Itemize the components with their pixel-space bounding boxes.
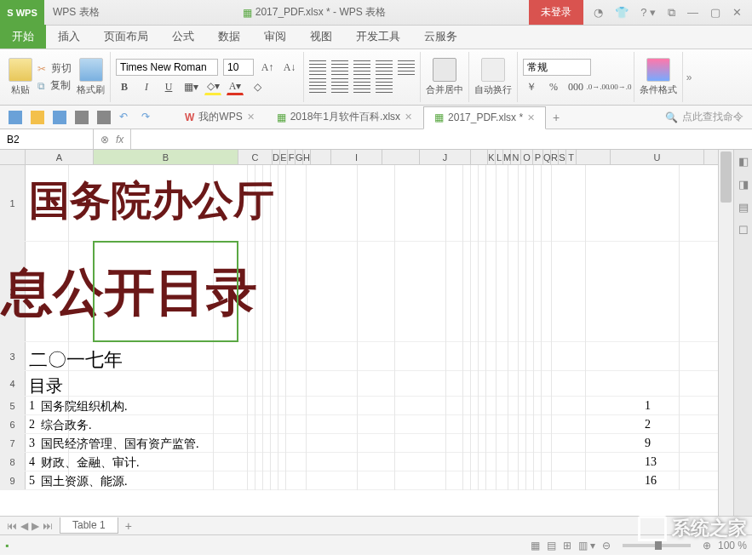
col-header[interactable]: J: [420, 150, 471, 164]
col-header[interactable]: [471, 150, 488, 164]
align-top-icon[interactable]: [309, 60, 326, 76]
command-search[interactable]: 🔍 点此查找命令: [657, 110, 752, 124]
tab-cloud[interactable]: 云服务: [412, 25, 469, 49]
format-painter-button[interactable]: 格式刷: [77, 58, 105, 96]
sheet-next-icon[interactable]: ▶: [32, 520, 39, 532]
qa-redo-icon[interactable]: ↷: [141, 111, 155, 124]
doc-tab[interactable]: ▦2017_PDF.xlsx *✕: [423, 106, 546, 129]
font-color-button[interactable]: A▾: [227, 78, 244, 95]
col-header[interactable]: R: [551, 150, 559, 164]
bold-button[interactable]: B: [116, 78, 133, 95]
sheet-prev-icon[interactable]: ◀: [20, 520, 28, 532]
qa-save-icon[interactable]: [53, 111, 66, 124]
view-page-icon[interactable]: ▤: [547, 540, 556, 551]
col-header[interactable]: L: [496, 150, 503, 164]
col-header[interactable]: D: [273, 150, 280, 164]
select-all-corner[interactable]: [0, 150, 26, 164]
side-tool-1-icon[interactable]: ◧: [738, 155, 749, 168]
fx-cancel-icon[interactable]: ⊗: [100, 134, 109, 146]
underline-button[interactable]: U: [160, 78, 177, 95]
align-center-icon[interactable]: [331, 78, 348, 94]
increase-font-icon[interactable]: A↑: [259, 59, 276, 76]
row-header[interactable]: 5: [0, 397, 26, 414]
col-header[interactable]: F: [288, 150, 296, 164]
col-header[interactable]: K: [488, 150, 496, 164]
tshirt-icon[interactable]: 👕: [615, 6, 629, 19]
row-header[interactable]: 7: [0, 434, 26, 452]
number-format-select[interactable]: [523, 59, 591, 76]
currency-button[interactable]: ￥: [523, 78, 540, 95]
col-header[interactable]: [577, 150, 611, 164]
align-middle-icon[interactable]: [331, 60, 348, 76]
vertical-scrollbar[interactable]: [718, 150, 733, 516]
col-header[interactable]: B: [94, 150, 238, 164]
col-header[interactable]: P: [533, 150, 543, 164]
col-header[interactable]: O: [521, 150, 533, 164]
align-justify-icon[interactable]: [376, 78, 393, 94]
italic-button[interactable]: I: [138, 78, 155, 95]
close-tab-icon[interactable]: ✕: [405, 111, 412, 123]
percent-button[interactable]: %: [545, 78, 562, 95]
sheet-first-icon[interactable]: ⏮: [7, 520, 17, 532]
col-header[interactable]: [382, 150, 420, 164]
paste-button[interactable]: 粘贴: [9, 58, 32, 96]
row-header[interactable]: 8: [0, 453, 26, 471]
add-tab-button[interactable]: +: [546, 111, 566, 124]
qa-print-icon[interactable]: [75, 111, 89, 124]
copy-button[interactable]: ⧉复制: [37, 78, 72, 93]
font-family-select[interactable]: [116, 59, 218, 76]
cut-button[interactable]: ✂剪切: [37, 61, 72, 76]
col-header[interactable]: G: [296, 150, 303, 164]
col-header[interactable]: S: [559, 150, 566, 164]
col-header[interactable]: Q: [543, 150, 551, 164]
comma-button[interactable]: 000: [567, 78, 584, 95]
side-tool-3-icon[interactable]: ▤: [738, 201, 749, 214]
maximize-icon[interactable]: ▢: [710, 6, 720, 19]
col-header[interactable]: H: [303, 150, 311, 164]
scrollbar-thumb[interactable]: [720, 151, 732, 203]
ribbon-overflow-icon[interactable]: »: [683, 52, 695, 102]
fx-button[interactable]: fx: [116, 134, 123, 146]
align-bottom-icon[interactable]: [353, 60, 370, 76]
col-header[interactable]: A: [26, 150, 94, 164]
fill-color-button[interactable]: ◇▾: [204, 78, 221, 95]
zoom-handle[interactable]: [655, 541, 662, 550]
indent-inc-icon[interactable]: [398, 60, 415, 76]
doc-tab[interactable]: W我的WPS✕: [174, 106, 266, 129]
tab-view[interactable]: 视图: [298, 25, 344, 49]
col-header[interactable]: U: [611, 150, 704, 164]
view-break-icon[interactable]: ⊞: [563, 540, 571, 551]
col-header[interactable]: N: [511, 150, 521, 164]
col-header[interactable]: [311, 150, 331, 164]
sheet-last-icon[interactable]: ⏭: [43, 520, 53, 532]
close-tab-icon[interactable]: ✕: [527, 112, 535, 123]
qa-new-icon[interactable]: [9, 111, 22, 124]
minimize-icon[interactable]: —: [687, 6, 698, 19]
wrap-text-button[interactable]: 自动换行: [474, 58, 512, 96]
tab-review[interactable]: 审阅: [252, 25, 298, 49]
col-header[interactable]: E: [280, 150, 288, 164]
doc-tab[interactable]: ▦2018年1月软件百科.xlsx✕: [266, 106, 423, 129]
tab-page-layout[interactable]: 页面布局: [92, 25, 160, 49]
zoom-value[interactable]: 100 %: [718, 540, 747, 551]
indent-dec-icon[interactable]: [376, 60, 393, 76]
decimal-increase-button[interactable]: .0→.00: [589, 78, 606, 95]
view-layout-icon[interactable]: ▥ ▾: [578, 540, 595, 551]
name-box[interactable]: B2: [0, 129, 94, 149]
font-size-select[interactable]: [223, 59, 254, 76]
col-header[interactable]: C: [238, 150, 273, 164]
tab-devtools[interactable]: 开发工具: [344, 25, 412, 49]
row-header[interactable]: 6: [0, 415, 26, 433]
decimal-decrease-button[interactable]: .00→.0: [611, 78, 629, 95]
view-normal-icon[interactable]: ▦: [531, 540, 540, 551]
login-button[interactable]: 未登录: [529, 0, 583, 25]
merge-center-button[interactable]: 合并居中: [426, 58, 463, 96]
zoom-out-icon[interactable]: ⊖: [602, 540, 611, 551]
skin-icon[interactable]: ◔: [594, 6, 603, 19]
row-header[interactable]: 3: [0, 342, 26, 370]
align-left-icon[interactable]: [309, 78, 326, 94]
side-tool-4-icon[interactable]: ☐: [738, 224, 749, 237]
tab-start[interactable]: 开始: [0, 25, 46, 49]
qa-preview-icon[interactable]: [97, 111, 111, 124]
qa-undo-icon[interactable]: ↶: [119, 111, 133, 124]
